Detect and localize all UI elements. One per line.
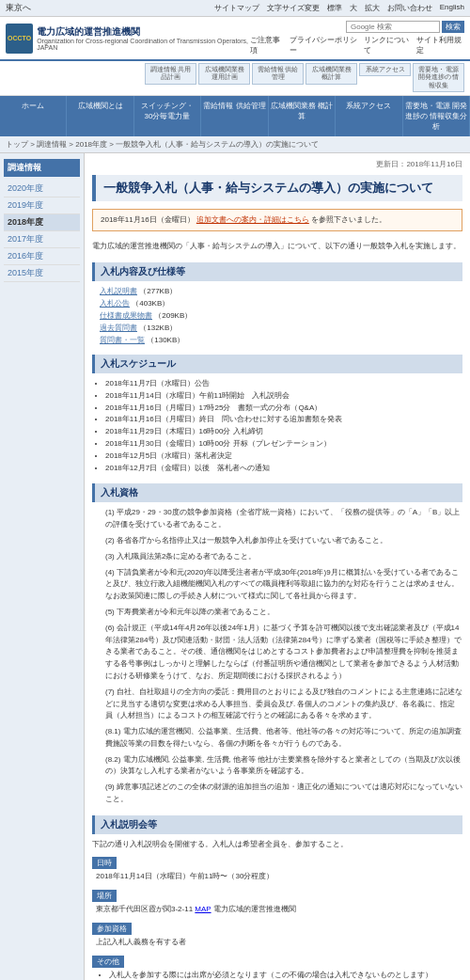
schedule-item-7: 2018年12月7日（金曜日）以後 落札者への通知: [105, 463, 462, 475]
nav-develop[interactable]: 需要地・電源 開発進捗の 情報収集分析: [403, 96, 470, 136]
nav-grid[interactable]: 系統アクセス: [336, 96, 402, 136]
venue-section: 場所 東京都千代田区霞が関3-2-11 MAP 電力広域的運営推進機関: [92, 890, 462, 915]
schedule-section-title: 入札スケジュール: [92, 355, 462, 373]
top-bar-location: 東京へ: [6, 2, 31, 14]
sidebar-year-2019[interactable]: 2019年度: [4, 198, 80, 214]
qual-item-8: (8.2) 電力広域機関, 公益事業, 生活費, 他者等 他社が主要業務を除外す…: [92, 754, 462, 779]
search-button[interactable]: 検索: [442, 21, 464, 33]
nav-switching[interactable]: スイッチング・ 30分毎電力量: [134, 96, 201, 136]
nav-broadplan[interactable]: 広域機関業務 概計算: [269, 96, 336, 136]
notice-link[interactable]: ご注意事項: [250, 35, 284, 55]
fontsize-normal[interactable]: 標準: [327, 3, 342, 13]
intro-text: 電力広域的運営推進機関の「人事・給与システムの導入」について、以下の通り一般競争…: [92, 241, 462, 253]
main-content-area: 更新日：2018年11月16日 一般競争入札（人事・給与システムの導入）の実施に…: [85, 153, 470, 980]
content-layout: 調達情報 2020年度 2019年度 2018年度 2017年度 2016年度 …: [0, 153, 470, 980]
nav-icons-bar: 調達情報 共用品計画 広域機関業務 運用計画 需給情報 供給管理 広域機関業務 …: [0, 61, 470, 96]
spec-link-item-3: 過去質問書 （132KB）: [100, 323, 462, 333]
nav-home[interactable]: ホーム: [0, 96, 67, 136]
sidebar-year-2017[interactable]: 2017年度: [4, 231, 80, 248]
nav-icon-box-4: 系統アクセス: [359, 63, 411, 76]
nav-icon-box-1: 広域機関業務 運用計画: [198, 63, 250, 85]
breadcrumb: トップ > 調達情報 > 2018年度 > 一般競争入札（人事・給与システムの導…: [0, 136, 470, 153]
header: OCCTO 電力広域的運営推進機関 Organization for Cross…: [0, 17, 470, 61]
qual-item-4: (5) 下寿費業者が令和元年以降の業者であること。: [92, 607, 462, 619]
search-bar: 検索: [346, 21, 464, 33]
link-policy-link[interactable]: リンクについて: [364, 35, 412, 55]
logo-area: OCCTO 電力広域的運営推進機関 Organization for Cross…: [6, 24, 250, 54]
qual-item-2: (3) 入札職員法第2条に定める者であること。: [92, 551, 462, 563]
map-link[interactable]: MAP: [195, 905, 211, 913]
nav-icon-box-5: 需要地・ 電源開発進捗の 情報収集: [413, 63, 464, 92]
qual-attend-value: 上記入札人義務を有する者: [92, 937, 462, 948]
sidebar-year-2020[interactable]: 2020年度: [4, 181, 80, 198]
fontsize-large[interactable]: 大: [350, 3, 357, 13]
nav-icon-5[interactable]: 需要地・ 電源開発進捗の 情報収集: [413, 63, 464, 93]
sidebar-title: 調達情報: [4, 159, 80, 177]
sitemap-link[interactable]: サイトマップ: [214, 3, 259, 13]
privacy-link[interactable]: プライバシーポリシー: [290, 35, 357, 55]
nav-icon-2[interactable]: 需給情報 供給管理: [252, 63, 304, 93]
logo-icon: OCCTO: [6, 24, 33, 54]
notice-suffix: を参照下さいました。: [311, 215, 386, 224]
spec-link-4[interactable]: 質問書・一覧: [100, 336, 145, 344]
venue-value: 東京都千代田区霞が関3-2-11 MAP 電力広域的運営推進機関: [92, 904, 462, 915]
schedule-list: 2018年11月7日（水曜日）公告 2018年11月14日（水曜日）午前11時開…: [92, 378, 462, 474]
top-bar-links: サイトマップ 文字サイズ変更 標準 大 拡大 お問い合わせ English: [214, 3, 464, 13]
top-bar: 東京へ サイトマップ 文字サイズ変更 標準 大 拡大 お問い合わせ Englis…: [0, 0, 470, 17]
sidebar-year-2015[interactable]: 2015年度: [4, 265, 80, 282]
spec-link-0[interactable]: 入札説明書: [100, 287, 137, 295]
qual-item-1: (2) 各省各庁から名指停止又は一般競争入札参加停止を受けていない者であること。: [92, 535, 462, 547]
search-input[interactable]: [346, 21, 440, 33]
date-label: 日時: [92, 857, 117, 869]
english-link[interactable]: English: [440, 3, 464, 13]
logo-abbr: OCCTO: [8, 35, 31, 41]
spec-link-item-1: 入札公告 （403KB）: [100, 298, 462, 308]
qual-item-3: (4) 下請負業者が令和元(2020)年以降受注者者が平成30年(2018年)9…: [92, 567, 462, 603]
sidebar-year-2016[interactable]: 2016年度: [4, 248, 80, 265]
qual-attend-label: 参加資格: [92, 923, 132, 935]
nav-icon-1[interactable]: 広域機関業務 運用計画: [198, 63, 250, 93]
nav-icon-4[interactable]: 系統アクセス: [359, 63, 411, 93]
breadcrumb-text: トップ > 調達情報 > 2018年度 > 一般競争入札（人事・給与システムの導…: [6, 140, 319, 149]
nav-supply[interactable]: 需給情報 供給管理: [201, 96, 268, 136]
schedule-item-0: 2018年11月7日（水曜日）公告: [105, 378, 462, 390]
nav-icon-3[interactable]: 広域機関業務 概計算: [306, 63, 357, 93]
spec-size-3: （132KB）: [139, 324, 177, 332]
update-date: 更新日：2018年11月16日: [92, 159, 462, 169]
fontsize-xlarge[interactable]: 拡大: [365, 3, 380, 13]
notice-box: 2018年11月16日（金曜日） 追加文書への案内・詳細はこちら を参照下さいま…: [92, 209, 462, 231]
schedule-item-4: 2018年11月29日（木曜日）16時00分 入札締切: [105, 426, 462, 438]
briefing-intro: 下記の通り入札説明会を開催する。入札人は希望者全員を、参加すること。: [92, 839, 462, 851]
spec-section-title: 入札内容及び仕様等: [92, 262, 462, 281]
org-name: 電力広域的運営推進機関: [37, 25, 250, 38]
schedule-item-6: 2018年12月5日（水曜日）落札者決定: [105, 450, 462, 463]
schedule-item-3: 2018年11月16日（月曜日）終日 問い合わせに対する追加書類を発表: [105, 414, 462, 426]
qual-item-6: (7) 自社、自社取組りの全方向の委託：費用目のとおりによる及び独自のコメントに…: [92, 687, 462, 722]
spec-size-0: （277KB）: [139, 287, 177, 295]
logo-text-area: 電力広域的運営推進機関 Organization for Cross-regio…: [37, 25, 250, 51]
qual-item-5: (6) 会計規正（平成14年4月26年以後24年1月）に基づく予算を許可機関以後…: [92, 623, 462, 683]
contact-link[interactable]: お問い合わせ: [387, 3, 432, 13]
spec-size-4: （130KB）: [147, 336, 184, 344]
location-label: 東京へ: [6, 2, 31, 14]
schedule-item-5: 2018年11月30日（金曜日）10時00分 开标（プレゼンテーション）: [105, 438, 462, 450]
date-value: 2018年11月14日（水曜日）午前11時〜（30分程度）: [92, 871, 462, 882]
header-links: ご注意事項 プライバシーポリシー リンクについて サイト利用規定: [250, 35, 464, 55]
spec-link-1[interactable]: 入札公告: [100, 299, 130, 308]
sidebar-year-2018[interactable]: 2018年度: [4, 214, 80, 231]
notice-link[interactable]: 追加文書への案内・詳細はこちら: [196, 215, 309, 224]
notice-text: 2018年11月16日（金曜日）: [101, 215, 195, 224]
spec-link-2[interactable]: 仕様書成果物書: [100, 311, 152, 320]
spec-link-3[interactable]: 過去質問書: [100, 324, 137, 332]
main-navigation: ホーム 広域機関とは スイッチング・ 30分毎電力量 需給情報 供給管理 広域機…: [0, 96, 470, 136]
fontsize-link[interactable]: 文字サイズ変更: [267, 3, 320, 13]
qual-item-7: (8.1) 電力広域的運営機関、公益事業、生活費、他者等、他社等の各々の対応等に…: [92, 726, 462, 751]
nav-icon-0[interactable]: 調達情報 共用品計画: [145, 63, 196, 93]
nav-about[interactable]: 広域機関とは: [67, 96, 133, 136]
spec-link-item-0: 入札説明書 （277KB）: [100, 286, 462, 296]
qual-item-9: (9) 締意事項記述どのこの全体の財源的追加担当の追加・適正化の通知については適…: [92, 782, 462, 806]
qual-attend-section: 参加資格 上記入札人義務を有する者: [92, 923, 462, 948]
site-terms-link[interactable]: サイト利用規定: [416, 35, 464, 55]
spec-size-1: （403KB）: [132, 299, 169, 308]
spec-size-2: （209KB）: [154, 311, 192, 320]
